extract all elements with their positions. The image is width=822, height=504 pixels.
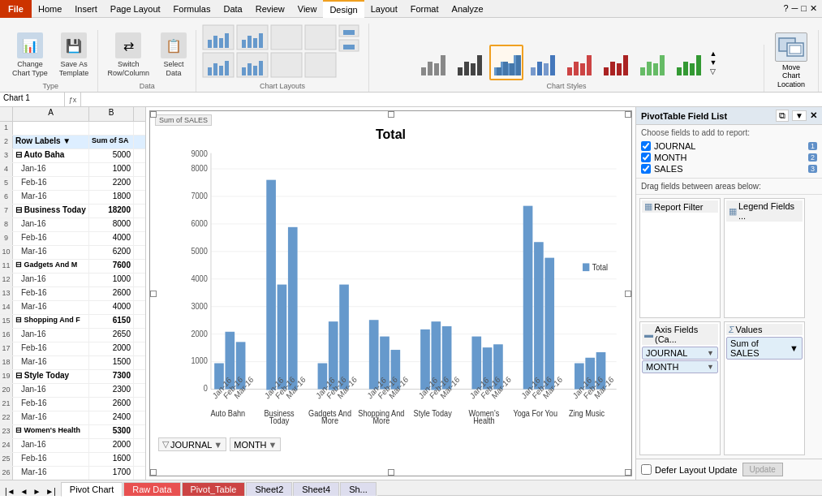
svg-text:Total: Total	[592, 262, 608, 272]
resize-top[interactable]	[388, 111, 394, 118]
resize-br[interactable]	[625, 469, 631, 476]
journal-filter-button[interactable]: ▽ JOURNAL ▼	[158, 437, 226, 451]
menu-page-layout[interactable]: Page Layout	[104, 0, 167, 18]
menu-data[interactable]: Data	[217, 0, 248, 18]
svg-rect-10	[208, 40, 212, 48]
change-chart-type-button[interactable]: 📊 ChangeChart Type	[8, 30, 52, 80]
table-row: 25 Feb-16 1600	[0, 453, 145, 467]
svg-text:Zing Music: Zing Music	[569, 409, 605, 419]
axis-journal-dropdown[interactable]: ▼	[707, 349, 714, 357]
menu-layout[interactable]: Layout	[364, 0, 404, 18]
svg-rect-5	[203, 53, 234, 77]
month-dropdown[interactable]: ▼	[269, 440, 278, 450]
pivot-zone-values[interactable]: Σ Values Sum of SALES ▼	[724, 321, 805, 456]
menu-review[interactable]: Review	[249, 0, 291, 18]
chart-styles-label: Chart Styles	[546, 82, 586, 92]
resize-tl[interactable]	[150, 111, 157, 118]
svg-rect-13	[225, 33, 229, 48]
styles-scroll-down[interactable]: ▼	[710, 59, 717, 67]
menu-view[interactable]: View	[291, 0, 324, 18]
defer-layout-checkbox[interactable]	[641, 464, 652, 475]
menu-analyze[interactable]: Analyze	[445, 0, 490, 18]
svg-rect-56	[640, 67, 645, 75]
styles-scroll-up[interactable]: ▲	[710, 50, 717, 58]
sheet-tab-sh[interactable]: Sh...	[340, 482, 377, 496]
menu-file[interactable]: File	[0, 0, 32, 18]
chart-style-2[interactable]	[453, 45, 487, 80]
pivot-zone-axis-fields[interactable]: ▬ Axis Fields (Ca... JOURNAL ▼ MONTH ▼	[639, 321, 721, 456]
chart-style-8[interactable]	[672, 45, 706, 80]
pivot-zone-legend-fields[interactable]: ▦ Legend Fields ...	[724, 198, 805, 318]
chart-sum-label: Sum of SALES	[155, 114, 212, 126]
restore-icon[interactable]: □	[801, 3, 807, 14]
menu-formulas[interactable]: Formulas	[167, 0, 217, 18]
sheet-nav-next[interactable]: ►	[31, 487, 42, 496]
axis-month-dropdown[interactable]: ▼	[707, 363, 714, 371]
help-icon[interactable]: ?	[783, 3, 788, 14]
sheet-nav-first[interactable]: |◄	[3, 487, 17, 496]
menu-format[interactable]: Format	[404, 0, 445, 18]
update-button[interactable]: Update	[742, 463, 783, 476]
move-chart-button[interactable]: MoveChartLocation	[769, 30, 813, 92]
chart-layouts-label: Chart Layouts	[260, 82, 305, 92]
journal-checkbox[interactable]	[641, 141, 651, 151]
pivot-close-icon[interactable]: ✕	[810, 110, 817, 121]
chart-style-7[interactable]	[635, 45, 669, 80]
journal-dropdown[interactable]: ▼	[213, 440, 222, 450]
sheet-tab-pivot-table[interactable]: Pivot_Table	[182, 482, 246, 496]
resize-bl[interactable]	[150, 469, 157, 476]
formula-input[interactable]	[81, 93, 822, 106]
svg-rect-16	[253, 38, 257, 48]
pivot-copy-icon[interactable]: ⧉	[776, 110, 789, 122]
svg-rect-134	[534, 242, 544, 389]
chart-style-3[interactable]	[489, 45, 523, 80]
month-checkbox[interactable]	[641, 153, 651, 162]
pivot-zone-report-filter[interactable]: ▦ Report Filter	[639, 198, 721, 318]
menu-home[interactable]: Home	[32, 0, 68, 18]
sum-of-sales-dropdown[interactable]: ▼	[790, 343, 798, 353]
resize-bottom[interactable]	[388, 469, 394, 476]
chart-style-4[interactable]	[526, 45, 560, 80]
menu-insert[interactable]: Insert	[68, 0, 104, 18]
sheet-tab-raw-data[interactable]: Raw Data	[123, 482, 180, 496]
resize-left[interactable]	[150, 291, 157, 297]
svg-text:Today: Today	[269, 416, 289, 426]
svg-rect-21	[213, 63, 217, 75]
table-row: 8 Jan-16 8000	[0, 218, 145, 232]
sales-checkbox[interactable]	[641, 164, 651, 174]
table-row: 2 Row Labels ▼ Sum of SA	[0, 136, 145, 149]
resize-tr[interactable]	[625, 111, 631, 118]
resize-right[interactable]	[625, 291, 631, 297]
sheet-tab-sheet4[interactable]: Sheet4	[293, 482, 339, 496]
minimize-icon[interactable]: ─	[792, 3, 798, 14]
sheet-tab-sheet2[interactable]: Sheet2	[246, 482, 292, 496]
svg-rect-25	[247, 63, 252, 75]
close-icon[interactable]: ✕	[810, 3, 817, 14]
sum-of-sales-item: Sum of SALES ▼	[726, 337, 803, 360]
month-filter-button[interactable]: MONTH ▼	[230, 437, 281, 451]
sheet-nav-prev[interactable]: ◄	[19, 487, 30, 496]
chart-style-5[interactable]	[562, 45, 596, 80]
switch-row-column-button[interactable]: ⇄ SwitchRow/Column	[103, 30, 153, 80]
select-data-button[interactable]: 📋 SelectData	[157, 30, 191, 80]
svg-rect-20	[208, 67, 212, 75]
name-box[interactable]: Chart 1	[0, 93, 65, 106]
chart-style-6[interactable]	[599, 45, 633, 80]
chart-style-1[interactable]	[416, 45, 450, 80]
svg-text:More: More	[321, 416, 338, 426]
axis-month-item: MONTH ▼	[642, 360, 718, 373]
table-row: 20 Jan-16 2300	[0, 384, 145, 398]
save-as-template-button[interactable]: 💾 Save AsTemplate	[55, 30, 93, 80]
pivot-dropdown-icon[interactable]: ▼	[792, 110, 807, 121]
defer-layout-label: Defer Layout Update	[655, 465, 738, 475]
menu-design[interactable]: Design	[323, 0, 364, 18]
chart-border[interactable]: Sum of SALES Total	[149, 110, 632, 476]
svg-rect-12	[219, 38, 223, 48]
styles-dropdown[interactable]: ▽	[710, 68, 717, 75]
svg-text:5000: 5000	[191, 246, 208, 256]
filter-icon: ▽	[162, 439, 169, 450]
svg-rect-44	[531, 67, 536, 75]
sheet-nav-last[interactable]: ►|	[44, 487, 58, 496]
axis-journal-item: JOURNAL ▼	[642, 347, 718, 360]
sheet-tab-pivot-chart[interactable]: Pivot Chart	[61, 482, 123, 497]
